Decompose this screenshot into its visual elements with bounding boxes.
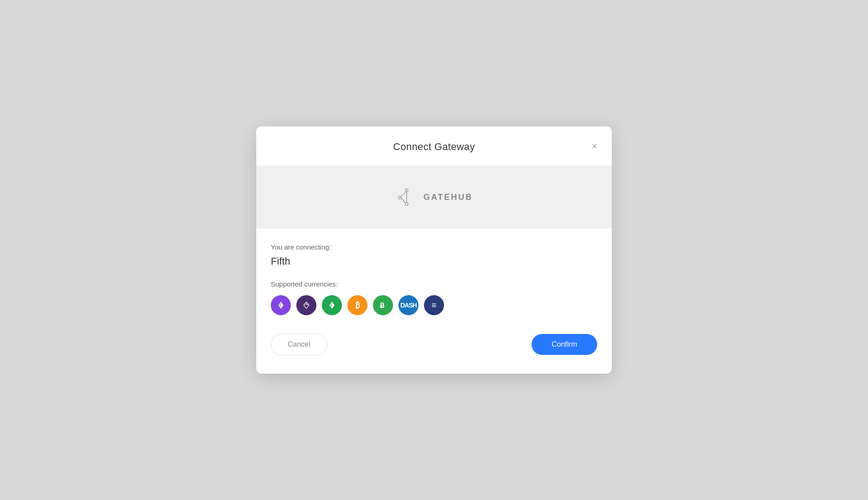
- gatehub-name: GATEHUB: [424, 193, 473, 202]
- gateway-banner: GATEHUB: [256, 166, 612, 229]
- other-symbol: ≡: [432, 301, 437, 310]
- modal-body: You are connecting: Fifth Supported curr…: [256, 229, 612, 374]
- currency-icon-btc: ₿: [347, 295, 367, 315]
- eth3-icon: [327, 301, 336, 310]
- currency-icon-dash: DASH: [398, 295, 418, 315]
- close-icon: ×: [592, 141, 597, 151]
- connecting-label: You are connecting:: [271, 243, 597, 251]
- currency-icon-eth2: [296, 295, 316, 315]
- svg-text:Ƀ: Ƀ: [380, 302, 384, 309]
- currencies-label: Supported currencies:: [271, 280, 597, 288]
- currency-icon-eth3: [322, 295, 342, 315]
- connecting-name: Fifth: [271, 255, 597, 267]
- currency-icon-eth: [271, 295, 291, 315]
- svg-line-3: [401, 192, 407, 197]
- eth-icon: [276, 301, 285, 310]
- connect-gateway-modal: Connect Gateway × GATEHUB You are connec…: [256, 126, 612, 374]
- modal-header: Connect Gateway ×: [256, 126, 612, 166]
- svg-point-2: [405, 203, 408, 205]
- bch-icon: Ƀ: [378, 301, 388, 310]
- currency-icon-other: ≡: [424, 295, 444, 315]
- dash-symbol: DASH: [400, 302, 417, 309]
- gatehub-logo: GATEHUB: [395, 188, 473, 207]
- svg-line-5: [401, 198, 405, 203]
- cancel-button[interactable]: Cancel: [271, 333, 327, 355]
- svg-point-0: [405, 189, 408, 192]
- gatehub-network-icon: [395, 188, 418, 207]
- modal-footer: Cancel Confirm: [271, 333, 597, 355]
- confirm-button[interactable]: Confirm: [532, 334, 597, 355]
- close-button[interactable]: ×: [590, 140, 599, 152]
- btc-symbol: ₿: [356, 301, 360, 310]
- currency-icon-bch: Ƀ: [373, 295, 393, 315]
- modal-title: Connect Gateway: [393, 141, 475, 153]
- currency-icons-list: ₿ Ƀ DASH ≡: [271, 295, 597, 315]
- eth2-icon: [302, 301, 311, 310]
